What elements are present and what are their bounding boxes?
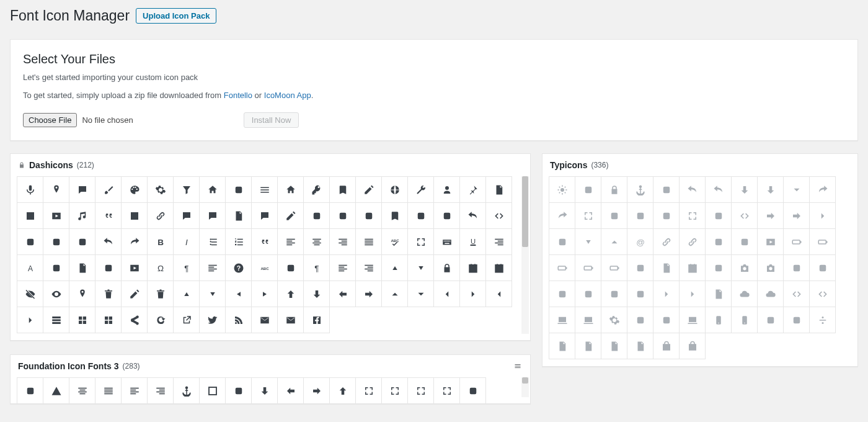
monitor-icon[interactable] [549, 307, 575, 333]
dedent-icon[interactable] [329, 254, 356, 281]
arrow-left-icon[interactable] [329, 281, 356, 307]
chat-icon[interactable] [173, 202, 200, 229]
reply-icon[interactable] [679, 176, 706, 203]
battery-mid-icon[interactable] [809, 228, 836, 255]
bag-icon[interactable] [653, 333, 680, 359]
share-icon[interactable] [121, 307, 148, 333]
pencil-icon[interactable] [121, 281, 148, 307]
shuffle-icon[interactable] [549, 228, 575, 255]
contrast-icon[interactable] [575, 176, 601, 203]
link-icon[interactable] [147, 202, 174, 229]
film-icon[interactable] [121, 254, 148, 281]
scrollbar[interactable] [521, 176, 529, 334]
map-icon[interactable] [601, 202, 627, 229]
expand-icon[interactable] [575, 202, 601, 229]
twitter-icon[interactable] [199, 307, 226, 333]
three-dots-icon[interactable] [433, 202, 460, 229]
caret-down-icon[interactable] [575, 228, 601, 255]
abc-icon[interactable] [251, 254, 278, 281]
code-icon[interactable] [783, 281, 810, 307]
target-icon[interactable] [627, 307, 653, 333]
crop-icon[interactable] [407, 202, 434, 229]
menu-icon[interactable] [513, 362, 523, 370]
fork-icon[interactable] [757, 307, 784, 333]
pencil-edit-icon[interactable] [355, 176, 382, 203]
funnel-icon[interactable] [173, 176, 200, 203]
gear-icon[interactable] [147, 176, 174, 203]
forward-small-icon[interactable] [549, 202, 575, 229]
outdent-icon[interactable] [199, 254, 226, 281]
arrow-down-circle-icon[interactable] [731, 176, 758, 203]
chart-area-icon[interactable] [549, 281, 575, 307]
choose-file-button[interactable]: Choose File [23, 113, 77, 127]
credit-card-icon[interactable] [329, 202, 356, 229]
diamond-icon[interactable] [653, 202, 680, 229]
rss-icon[interactable] [225, 307, 252, 333]
undo-small-icon[interactable] [705, 176, 732, 203]
doc-icon[interactable] [705, 281, 732, 307]
copy-icon[interactable] [653, 254, 680, 281]
eye-off-icon[interactable] [17, 281, 43, 307]
cloud-icon[interactable] [757, 281, 784, 307]
icomoon-link[interactable]: IcoMoon App [264, 91, 311, 100]
chevron-down-icon[interactable] [407, 281, 434, 307]
mobile-icon[interactable] [705, 307, 732, 333]
vertical-align-bottom-icon[interactable] [407, 254, 434, 281]
battery-low-icon[interactable] [549, 254, 575, 281]
align-justify-icon[interactable] [95, 377, 122, 403]
clover-icon[interactable] [277, 254, 304, 281]
italic-icon[interactable] [173, 228, 200, 255]
fontello-link[interactable]: Fontello [224, 91, 252, 100]
briefcase-icon[interactable] [705, 254, 732, 281]
music-icon[interactable] [69, 202, 95, 229]
undo-icon[interactable] [459, 202, 486, 229]
vertical-align-top-icon[interactable] [381, 254, 408, 281]
image-icon[interactable] [17, 202, 43, 229]
arrow-right-circle-icon[interactable] [757, 202, 784, 229]
video-icon[interactable] [43, 202, 69, 229]
edit-note-icon[interactable] [277, 202, 304, 229]
arrow-left-icon[interactable] [277, 377, 304, 403]
comments-icon[interactable] [199, 202, 226, 229]
bag-alt-icon[interactable] [679, 333, 706, 359]
install-now-button[interactable]: Install Now [244, 112, 299, 128]
lock-icon[interactable] [601, 176, 627, 203]
arrow-up-small-icon[interactable] [601, 228, 627, 255]
warning-icon[interactable] [43, 377, 69, 403]
triangle-right-icon[interactable] [251, 281, 278, 307]
scrollbar[interactable] [521, 377, 529, 397]
chevron-up-icon[interactable] [381, 281, 408, 307]
calendar-grid-icon[interactable] [459, 254, 486, 281]
server-icon[interactable] [43, 228, 69, 255]
quote-open-icon[interactable] [95, 202, 122, 229]
pushpin-icon[interactable] [459, 176, 486, 203]
phone-icon[interactable] [731, 307, 758, 333]
asl-icon[interactable] [459, 377, 486, 403]
layers-icon[interactable] [17, 228, 43, 255]
arrow-up-icon[interactable] [329, 377, 356, 403]
arrows-compress-icon[interactable] [433, 377, 460, 403]
menu-icon[interactable] [251, 176, 278, 203]
paragraph-icon[interactable] [173, 254, 200, 281]
at-icon[interactable] [627, 228, 653, 255]
brush-icon[interactable] [95, 176, 122, 203]
indent-right-icon[interactable] [355, 254, 382, 281]
map-pin-icon[interactable] [69, 281, 95, 307]
monitor-alt-icon[interactable] [575, 307, 601, 333]
keyboard-icon[interactable] [433, 228, 460, 255]
address-card-icon[interactable] [17, 377, 43, 403]
align-right-icon[interactable] [147, 377, 174, 403]
triangle-left-icon[interactable] [225, 281, 252, 307]
align-right-icon[interactable] [329, 228, 356, 255]
letter-a-icon[interactable] [17, 254, 43, 281]
microphone-icon[interactable] [17, 176, 43, 203]
divide-icon[interactable] [809, 307, 836, 333]
overlap-icon[interactable] [705, 202, 732, 229]
polaroid-icon[interactable] [121, 202, 148, 229]
triangle-down-icon[interactable] [199, 281, 226, 307]
flip-horizontal-icon[interactable] [69, 228, 95, 255]
arrow-right-icon[interactable] [355, 281, 382, 307]
eye-icon[interactable] [43, 281, 69, 307]
arrow-right-small-icon[interactable] [809, 202, 836, 229]
doc-alt-icon[interactable] [627, 333, 653, 359]
